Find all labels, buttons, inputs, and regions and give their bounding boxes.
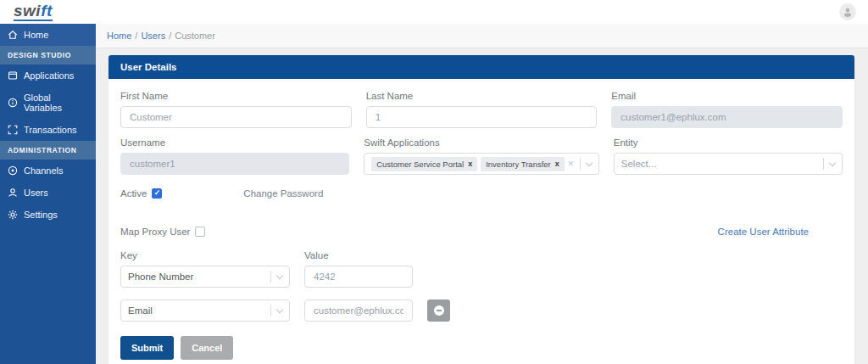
transactions-icon (8, 125, 18, 135)
main-area: Home/Users/Customer User Details First N… (96, 24, 868, 364)
change-password-link[interactable]: Change Password (243, 188, 323, 199)
map-proxy-user-checkbox[interactable] (195, 227, 205, 237)
sidebar-item-global-variables[interactable]: Global Variables (0, 87, 96, 119)
email-label: Email (611, 91, 843, 101)
chevron-down-icon[interactable] (276, 305, 283, 312)
breadcrumb-current: Customer (175, 31, 215, 41)
sidebar-item-applications[interactable]: Applications (0, 64, 96, 87)
sidebar-item-home[interactable]: Home (0, 24, 96, 46)
sidebar-item-transactions[interactable]: Transactions (0, 119, 96, 141)
active-checkbox[interactable] (152, 188, 162, 199)
attribute-key-select[interactable]: Phone Number (120, 266, 290, 288)
sidebar-item-channels[interactable]: Channels (0, 160, 96, 182)
person-icon (842, 6, 854, 18)
active-label: Active (120, 188, 147, 199)
value-column-label: Value (304, 250, 329, 260)
attribute-row: Phone Number (120, 266, 843, 288)
map-proxy-user-label: Map Proxy User (120, 227, 190, 237)
sidebar-section-administration: ADMINISTRATION (0, 141, 96, 160)
clear-all-icon[interactable]: × (568, 159, 574, 169)
sidebar-section-design-studio: DESIGN STUDIO (0, 46, 96, 64)
users-icon (8, 188, 18, 198)
remove-tag-icon[interactable]: x (468, 160, 472, 168)
user-details-card: User Details First Name Last Name Email (108, 55, 854, 364)
attribute-row: Email (120, 300, 843, 322)
remove-attribute-button[interactable] (427, 300, 450, 322)
last-name-label: Last Name (366, 91, 598, 101)
first-name-field-group: First Name (120, 91, 352, 128)
chevron-down-icon[interactable] (586, 159, 593, 165)
selected-app-tag: Customer Service Portal x (371, 157, 477, 171)
attribute-value-input[interactable] (304, 266, 413, 288)
username-label: Username (120, 137, 349, 148)
breadcrumb-home[interactable]: Home (107, 31, 131, 41)
info-circle-icon (8, 98, 18, 108)
first-name-input[interactable] (120, 106, 352, 128)
submit-button[interactable]: Submit (120, 336, 174, 360)
first-name-label: First Name (120, 91, 352, 101)
entity-select[interactable]: Select... (614, 153, 843, 175)
last-name-input[interactable] (366, 106, 598, 128)
username-field-group: Username (120, 137, 349, 175)
swift-applications-field-group: Swift Applications Customer Service Port… (364, 137, 599, 175)
applications-icon (8, 70, 18, 81)
channels-icon (8, 165, 18, 176)
cancel-button[interactable]: Cancel (181, 336, 233, 360)
swift-applications-multiselect[interactable]: Customer Service Portal x Inventory Tran… (364, 153, 599, 175)
chevron-down-icon[interactable] (829, 159, 836, 165)
attribute-key-select[interactable]: Email (120, 300, 290, 322)
create-user-attribute-link[interactable]: Create User Attribute (718, 227, 809, 237)
top-bar: swift (0, 0, 868, 24)
user-avatar[interactable] (839, 3, 856, 20)
card-title: User Details (108, 55, 854, 79)
swift-applications-label: Swift Applications (364, 137, 599, 148)
remove-tag-icon[interactable]: x (555, 160, 559, 168)
attribute-value-input[interactable] (304, 300, 413, 322)
email-input (611, 106, 843, 128)
breadcrumb: Home/Users/Customer (96, 24, 868, 48)
username-input (120, 153, 349, 175)
last-name-field-group: Last Name (366, 91, 598, 128)
key-column-label: Key (120, 250, 304, 260)
minus-circle-icon (434, 305, 444, 316)
chevron-down-icon[interactable] (276, 272, 283, 278)
home-icon (8, 30, 18, 40)
sidebar: Home DESIGN STUDIO Applications Global V… (0, 24, 96, 364)
entity-label: Entity (614, 137, 843, 148)
swift-logo: swift (14, 3, 53, 21)
gear-icon (8, 210, 18, 220)
email-field-group: Email (611, 91, 843, 128)
content: User Details First Name Last Name Email (96, 48, 868, 364)
breadcrumb-users[interactable]: Users (141, 31, 165, 41)
selected-app-tag: Inventory Transfer x (481, 157, 565, 171)
sidebar-item-settings[interactable]: Settings (0, 204, 96, 226)
entity-field-group: Entity Select... (614, 137, 843, 175)
sidebar-item-users[interactable]: Users (0, 182, 96, 204)
